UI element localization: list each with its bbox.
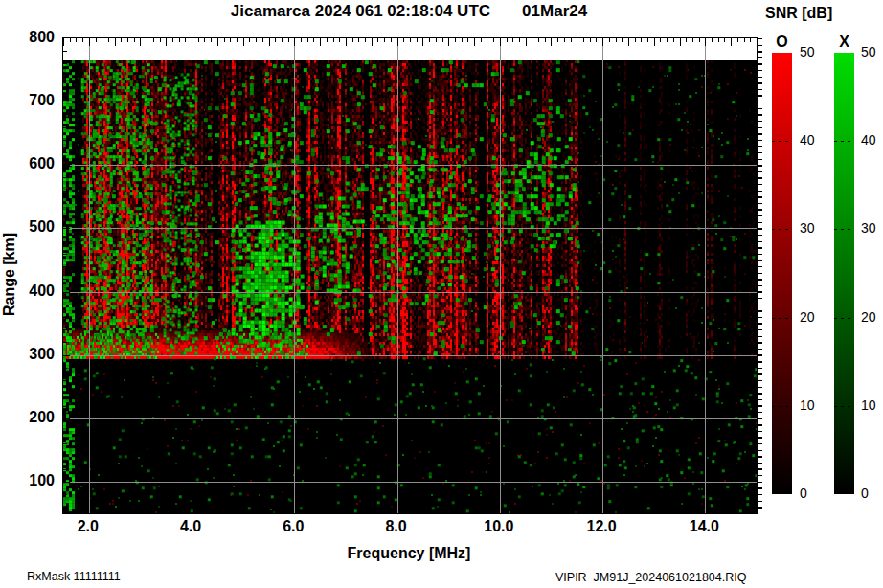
y-tick-label: 600 (0, 156, 55, 171)
x-tick-label: 8.0 (373, 519, 420, 534)
x-tick-label: 2.0 (64, 519, 112, 534)
x-axis-title: Frequency [MHz] (313, 545, 505, 562)
x-tick-label: 12.0 (577, 519, 625, 534)
o-colorbar-tick-label: 50 (800, 45, 825, 59)
o-mode-label: O (772, 34, 792, 51)
x-mode-label: X (834, 34, 854, 51)
colorbar-tick-dash (772, 229, 792, 230)
ionogram-page: Jicamarca 2024 061 02:18:04 UTC 01Mar24 … (0, 0, 883, 588)
o-colorbar-tick-label: 10 (800, 398, 825, 413)
rxmask-text: RxMask 11111111 (27, 570, 121, 583)
x-tick-label: 6.0 (269, 519, 317, 534)
x-tick-label: 4.0 (167, 519, 215, 534)
o-colorbar-tick-label: 40 (800, 133, 825, 147)
colorbar-tick-dash (834, 229, 854, 230)
o-colorbar-tick-label: 30 (800, 221, 825, 236)
colorbar-tick-dash (834, 141, 854, 142)
y-tick-label: 700 (0, 93, 55, 108)
colorbar-title: SNR [dB] (765, 5, 880, 22)
y-tick-label: 800 (0, 30, 55, 45)
colorbar-tick-dash (772, 406, 792, 407)
y-tick-label: 200 (0, 410, 55, 425)
y-tick-label: 400 (0, 283, 55, 299)
page-title: Jicamarca 2024 061 02:18:04 UTC 01Mar24 (62, 2, 756, 21)
y-tick-label: 300 (0, 347, 55, 362)
x-colorbar-tick-label: 0 (861, 486, 883, 501)
x-colorbar-tick-label: 50 (861, 45, 883, 59)
x-colorbar-tick-label: 20 (861, 310, 883, 325)
y-tick-label: 500 (0, 219, 55, 235)
o-colorbar-tick-label: 0 (800, 486, 825, 501)
right-axis-ticks (758, 38, 762, 512)
file-id-text: VIPIR JM91J_2024061021804.RIQ (555, 571, 746, 584)
o-mode-colorbar (772, 53, 792, 494)
x-colorbar-tick-label: 40 (861, 133, 883, 147)
x-tick-label: 14.0 (680, 519, 728, 534)
x-tick-label: 10.0 (475, 519, 523, 534)
y-tick-label: 100 (0, 473, 55, 488)
ionogram-heatmap (63, 38, 757, 513)
x-colorbar-tick-label: 10 (861, 398, 883, 413)
colorbar-tick-dash (834, 406, 854, 407)
colorbar-tick-dash (772, 141, 792, 142)
o-colorbar-tick-label: 20 (800, 310, 825, 325)
colorbar-tick-dash (834, 318, 854, 319)
colorbar-tick-dash (772, 318, 792, 319)
plot-area (62, 37, 758, 514)
x-colorbar-tick-label: 30 (861, 221, 883, 236)
x-mode-colorbar (834, 53, 854, 494)
